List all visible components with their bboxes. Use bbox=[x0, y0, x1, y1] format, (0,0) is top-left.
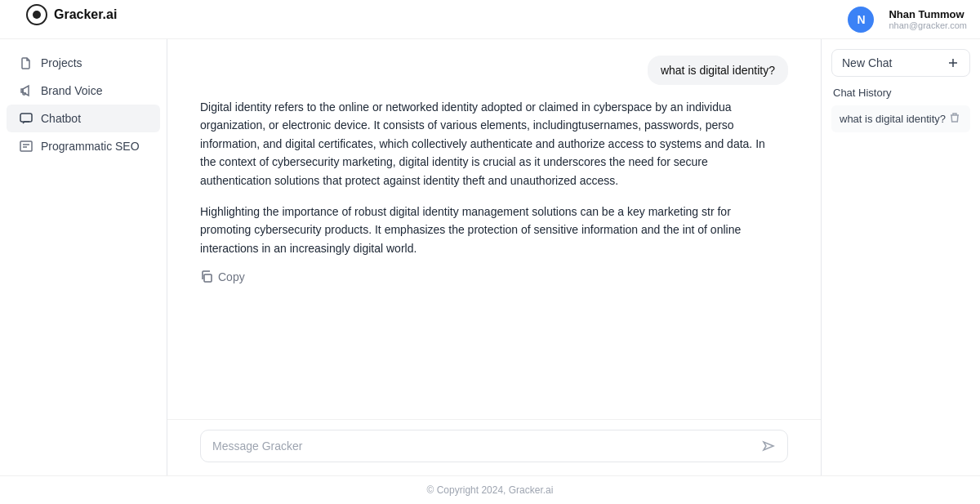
seo-icon bbox=[20, 140, 33, 153]
sidebar: Projects Brand Voice Chatbot bbox=[0, 39, 167, 475]
assistant-message: Digital identity refers to the online or… bbox=[200, 98, 788, 287]
chat-messages: what is digital identity? Digital identi… bbox=[167, 39, 821, 419]
svg-rect-4 bbox=[204, 274, 212, 282]
copy-label: Copy bbox=[218, 270, 245, 283]
megaphone-icon bbox=[20, 84, 33, 97]
chat-icon bbox=[20, 112, 33, 125]
chat-input-area bbox=[167, 419, 821, 475]
user-email: nhan@gracker.com bbox=[889, 20, 967, 30]
file-icon bbox=[20, 56, 33, 69]
avatar: N bbox=[848, 7, 874, 33]
sidebar-item-projects[interactable]: Projects bbox=[7, 49, 160, 77]
assistant-p2: Highlighting the importance of robust di… bbox=[200, 203, 772, 257]
copy-icon bbox=[200, 270, 213, 283]
history-item[interactable]: what is digital identity? bbox=[831, 105, 970, 132]
assistant-text: Digital identity refers to the online or… bbox=[200, 98, 772, 257]
sidebar-item-chatbot[interactable]: Chatbot bbox=[7, 105, 160, 132]
send-button[interactable] bbox=[761, 439, 776, 453]
logo-icon bbox=[26, 4, 47, 25]
chat-input-wrapper bbox=[200, 430, 788, 462]
send-icon bbox=[761, 439, 776, 453]
avatar-initials: N bbox=[857, 13, 865, 26]
sidebar-item-projects-label: Projects bbox=[41, 56, 82, 69]
sidebar-item-chatbot-label: Chatbot bbox=[41, 112, 81, 125]
chat-history-label: Chat History bbox=[833, 87, 969, 99]
sidebar-item-programmatic-seo[interactable]: Programmatic SEO bbox=[7, 132, 160, 160]
plus-icon bbox=[947, 56, 960, 69]
footer-text: © Copyright 2024, Gracker.ai bbox=[427, 484, 554, 496]
top-header: Gracker.ai N Nhan Tummow nhan@gracker.co… bbox=[0, 0, 980, 39]
footer: © Copyright 2024, Gracker.ai bbox=[0, 475, 980, 504]
new-chat-label: New Chat bbox=[842, 56, 892, 69]
user-name: Nhan Tummow bbox=[889, 8, 967, 20]
svg-rect-3 bbox=[20, 141, 32, 151]
svg-point-1 bbox=[33, 11, 41, 19]
right-sidebar: New Chat Chat History what is digital id… bbox=[821, 39, 980, 475]
assistant-p1: Digital identity refers to the online or… bbox=[200, 98, 772, 190]
user-message: what is digital identity? bbox=[200, 56, 788, 85]
logo: Gracker.ai bbox=[13, 0, 130, 42]
sidebar-item-brand-voice[interactable]: Brand Voice bbox=[7, 77, 160, 105]
sidebar-item-brand-voice-label: Brand Voice bbox=[41, 84, 103, 97]
copy-button[interactable]: Copy bbox=[200, 267, 788, 287]
new-chat-button[interactable]: New Chat bbox=[831, 49, 970, 77]
history-item-text: what is digital identity? bbox=[840, 113, 947, 125]
user-info: Nhan Tummow nhan@gracker.com bbox=[889, 8, 967, 30]
chat-input[interactable] bbox=[212, 439, 753, 453]
logo-text: Gracker.ai bbox=[54, 7, 117, 22]
sidebar-item-programmatic-seo-label: Programmatic SEO bbox=[41, 140, 140, 153]
user-bubble: what is digital identity? bbox=[648, 56, 788, 85]
trash-icon bbox=[949, 112, 960, 123]
main-chat: what is digital identity? Digital identi… bbox=[167, 39, 821, 475]
svg-rect-2 bbox=[20, 114, 32, 122]
history-delete-button[interactable] bbox=[947, 112, 962, 126]
